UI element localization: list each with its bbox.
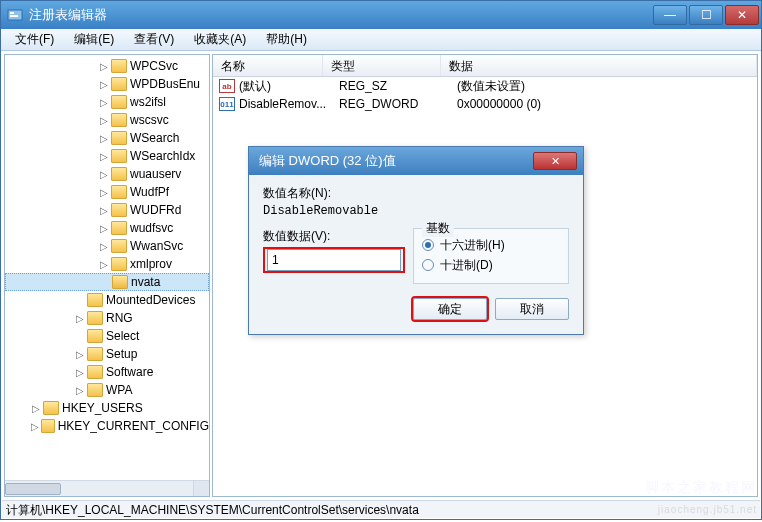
radio-dec-row[interactable]: 十进制(D) bbox=[422, 255, 560, 275]
list-item[interactable]: ab(默认)REG_SZ(数值未设置) bbox=[213, 77, 757, 95]
close-button[interactable]: ✕ bbox=[725, 5, 759, 25]
expand-icon[interactable] bbox=[100, 277, 110, 287]
folder-icon bbox=[111, 221, 127, 235]
menu-file[interactable]: 文件(F) bbox=[5, 29, 64, 50]
tree-item-wscsvc[interactable]: ▷wscsvc bbox=[5, 111, 209, 129]
maximize-button[interactable]: ☐ bbox=[689, 5, 723, 25]
folder-icon bbox=[87, 311, 103, 325]
expand-icon[interactable]: ▷ bbox=[75, 349, 85, 359]
tree-item-HKEY_USERS[interactable]: ▷HKEY_USERS bbox=[5, 399, 209, 417]
tree-item-wuauserv[interactable]: ▷wuauserv bbox=[5, 165, 209, 183]
tree-item-WUDFRd[interactable]: ▷WUDFRd bbox=[5, 201, 209, 219]
menu-edit[interactable]: 编辑(E) bbox=[64, 29, 124, 50]
base-group: 基数 十六进制(H) 十进制(D) bbox=[413, 228, 569, 284]
folder-icon bbox=[111, 185, 127, 199]
tree-item-wudfsvc[interactable]: ▷wudfsvc bbox=[5, 219, 209, 237]
tree-item-label: wudfsvc bbox=[130, 221, 173, 235]
expand-icon[interactable]: ▷ bbox=[75, 385, 85, 395]
expand-icon[interactable] bbox=[75, 331, 85, 341]
radio-hex-row[interactable]: 十六进制(H) bbox=[422, 235, 560, 255]
folder-icon bbox=[87, 329, 103, 343]
tree-item-ws2ifsl[interactable]: ▷ws2ifsl bbox=[5, 93, 209, 111]
radio-dec[interactable] bbox=[422, 259, 434, 271]
expand-icon[interactable]: ▷ bbox=[99, 115, 109, 125]
statusbar: 计算机\HKEY_LOCAL_MACHINE\SYSTEM\CurrentCon… bbox=[2, 500, 760, 518]
ok-button[interactable]: 确定 bbox=[413, 298, 487, 320]
tree-item-HKEY_CURRENT_CONFIG[interactable]: ▷HKEY_CURRENT_CONFIG bbox=[5, 417, 209, 435]
value-name-label: 数值名称(N): bbox=[263, 185, 569, 202]
regedit-window: 注册表编辑器 — ☐ ✕ 文件(F) 编辑(E) 查看(V) 收藏夹(A) 帮助… bbox=[0, 0, 762, 520]
cancel-button[interactable]: 取消 bbox=[495, 298, 569, 320]
col-name[interactable]: 名称 bbox=[213, 55, 323, 76]
cell-name: DisableRemov... bbox=[239, 97, 331, 111]
radio-hex-label: 十六进制(H) bbox=[440, 237, 505, 254]
expand-icon[interactable]: ▷ bbox=[99, 79, 109, 89]
tree-item-label: WUDFRd bbox=[130, 203, 181, 217]
tree-item-WPCSvc[interactable]: ▷WPCSvc bbox=[5, 57, 209, 75]
svg-rect-1 bbox=[10, 12, 14, 14]
tree-item-WPA[interactable]: ▷WPA bbox=[5, 381, 209, 399]
dialog-close-button[interactable]: ✕ bbox=[533, 152, 577, 170]
list-item[interactable]: 011DisableRemov...REG_DWORD0x00000000 (0… bbox=[213, 95, 757, 113]
tree-item-label: WSearch bbox=[130, 131, 179, 145]
expand-icon[interactable]: ▷ bbox=[75, 313, 85, 323]
tree-panel[interactable]: ▷WPCSvc▷WPDBusEnu▷ws2ifsl▷wscsvc▷WSearch… bbox=[4, 54, 210, 497]
col-type[interactable]: 类型 bbox=[323, 55, 441, 76]
titlebar[interactable]: 注册表编辑器 — ☐ ✕ bbox=[1, 1, 761, 29]
expand-icon[interactable]: ▷ bbox=[99, 61, 109, 71]
expand-icon[interactable]: ▷ bbox=[31, 421, 39, 431]
tree-item-Setup[interactable]: ▷Setup bbox=[5, 345, 209, 363]
folder-icon bbox=[87, 293, 103, 307]
expand-icon[interactable]: ▷ bbox=[99, 133, 109, 143]
expand-icon[interactable]: ▷ bbox=[31, 403, 41, 413]
menu-help[interactable]: 帮助(H) bbox=[256, 29, 317, 50]
tree-item-label: nvata bbox=[131, 275, 160, 289]
tree-item-Software[interactable]: ▷Software bbox=[5, 363, 209, 381]
minimize-button[interactable]: — bbox=[653, 5, 687, 25]
expand-icon[interactable]: ▷ bbox=[99, 259, 109, 269]
tree-item-MountedDevices[interactable]: MountedDevices bbox=[5, 291, 209, 309]
tree-item-WPDBusEnu[interactable]: ▷WPDBusEnu bbox=[5, 75, 209, 93]
folder-icon bbox=[87, 347, 103, 361]
tree-hscrollbar[interactable] bbox=[5, 480, 209, 496]
menu-favorites[interactable]: 收藏夹(A) bbox=[184, 29, 256, 50]
expand-icon[interactable] bbox=[75, 295, 85, 305]
radio-hex[interactable] bbox=[422, 239, 434, 251]
tree-item-Select[interactable]: Select bbox=[5, 327, 209, 345]
expand-icon[interactable]: ▷ bbox=[99, 97, 109, 107]
expand-icon[interactable]: ▷ bbox=[99, 169, 109, 179]
regedit-icon bbox=[7, 7, 23, 23]
value-data-input[interactable] bbox=[267, 249, 401, 271]
dialog-titlebar[interactable]: 编辑 DWORD (32 位)值 ✕ bbox=[249, 147, 583, 175]
menu-view[interactable]: 查看(V) bbox=[124, 29, 184, 50]
expand-icon[interactable]: ▷ bbox=[99, 205, 109, 215]
tree-item-label: xmlprov bbox=[130, 257, 172, 271]
cell-data: (数值未设置) bbox=[449, 78, 757, 95]
highlight-value-data bbox=[263, 247, 405, 273]
expand-icon[interactable]: ▷ bbox=[99, 187, 109, 197]
tree-item-WSearchIdx[interactable]: ▷WSearchIdx bbox=[5, 147, 209, 165]
col-data[interactable]: 数据 bbox=[441, 55, 757, 76]
tree-item-WudfPf[interactable]: ▷WudfPf bbox=[5, 183, 209, 201]
folder-icon bbox=[111, 113, 127, 127]
folder-icon bbox=[111, 149, 127, 163]
window-title: 注册表编辑器 bbox=[29, 6, 107, 24]
tree-item-label: WwanSvc bbox=[130, 239, 183, 253]
menubar: 文件(F) 编辑(E) 查看(V) 收藏夹(A) 帮助(H) bbox=[1, 29, 761, 51]
cell-type: REG_SZ bbox=[331, 79, 449, 93]
list-header[interactable]: 名称 类型 数据 bbox=[213, 55, 757, 77]
tree-item-xmlprov[interactable]: ▷xmlprov bbox=[5, 255, 209, 273]
tree-item-nvata[interactable]: nvata bbox=[5, 273, 209, 291]
tree-item-label: Setup bbox=[106, 347, 137, 361]
folder-icon bbox=[111, 167, 127, 181]
tree-item-RNG[interactable]: ▷RNG bbox=[5, 309, 209, 327]
dialog-title: 编辑 DWORD (32 位)值 bbox=[259, 152, 396, 170]
expand-icon[interactable]: ▷ bbox=[99, 241, 109, 251]
tree-item-WwanSvc[interactable]: ▷WwanSvc bbox=[5, 237, 209, 255]
expand-icon[interactable]: ▷ bbox=[75, 367, 85, 377]
folder-icon bbox=[111, 239, 127, 253]
tree-item-WSearch[interactable]: ▷WSearch bbox=[5, 129, 209, 147]
value-name-readonly: DisableRemovable bbox=[263, 204, 569, 218]
expand-icon[interactable]: ▷ bbox=[99, 223, 109, 233]
expand-icon[interactable]: ▷ bbox=[99, 151, 109, 161]
